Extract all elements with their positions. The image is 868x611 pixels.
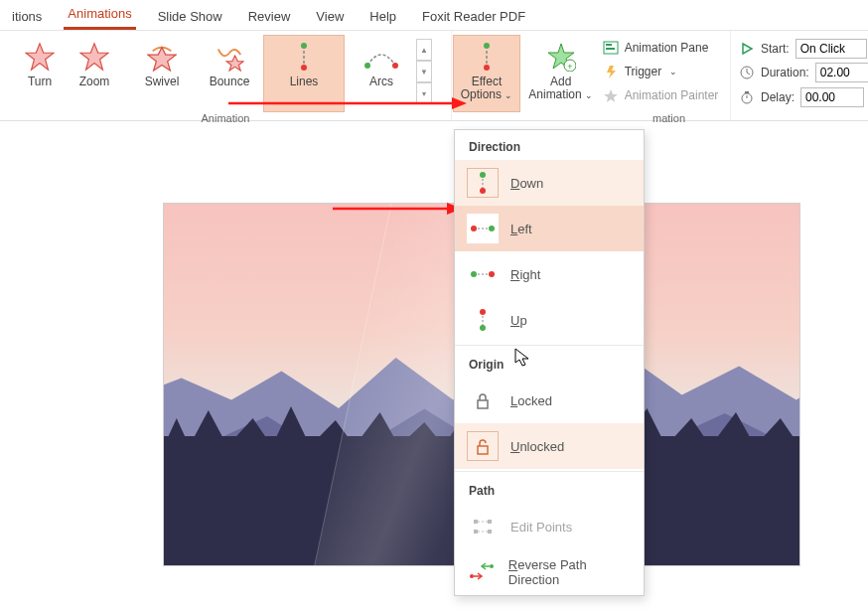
svg-rect-26 [745,91,749,93]
dropdown-item-down-label: Down [510,176,543,191]
group-timing: Start: Duration: ▲▼ Delay: ▲▼ Timi [731,31,868,120]
timing-duration-row: Duration: ▲▼ [739,62,868,83]
dropdown-item-reverse-path[interactable]: Reverse Path Direction [455,549,644,595]
delay-icon [739,89,755,105]
star-icon [25,42,55,72]
dropdown-item-locked[interactable]: Locked [455,378,644,423]
lines-icon [287,42,321,72]
direction-right-icon [467,259,499,289]
motion-lines-label: Lines [290,76,319,88]
ribbon-tabs: itions Animations Slide Show Review View… [0,0,868,31]
group-advanced-animation: + Add Animation ⌄ Animation Pane Trigger… [521,31,731,120]
svg-marker-2 [148,48,176,71]
slide-canvas[interactable]: Direction Down Left Right Up Origin Lock… [0,129,868,611]
svg-rect-48 [488,530,492,534]
ribbon: Turn Zoom Swivel Bounce Lines Arcs [0,31,868,121]
anim-zoom[interactable]: Zoom [61,35,128,112]
tab-transitions[interactable]: itions [8,5,46,30]
anim-turn[interactable]: Turn [19,35,61,112]
trigger-label: Trigger [625,65,662,78]
dropdown-item-up[interactable]: Up [455,297,644,343]
dropdown-item-edit-points-label: Edit Points [510,520,572,535]
animation-pane-label: Animation Pane [625,41,709,55]
svg-point-8 [392,63,398,69]
gallery-down-icon[interactable]: ▼ [416,61,432,82]
animation-gallery-scroll[interactable]: ▲ ▼ ▾ [416,39,432,104]
motion-lines[interactable]: Lines [263,35,345,112]
timing-start-row: Start: [739,39,868,59]
svg-rect-46 [488,520,492,524]
group-effect-options: Effect Options ⌄ [452,31,521,120]
start-label: Start: [761,42,790,56]
animation-pane-button[interactable]: Animation Pane [599,37,723,59]
gallery-up-icon[interactable]: ▲ [416,39,432,61]
timing-delay-row: Delay: ▲▼ [739,86,868,108]
delay-label: Delay: [761,90,795,104]
tab-slideshow[interactable]: Slide Show [154,5,226,30]
play-icon [739,41,755,57]
tab-view[interactable]: View [312,5,348,30]
duration-input[interactable] [815,63,868,82]
svg-point-52 [490,564,494,568]
svg-rect-45 [474,520,478,524]
trigger-button[interactable]: Trigger⌄ [599,61,723,82]
group-advanced-label: mation [521,112,685,126]
effect-options-label: Effect Options ⌄ [461,76,513,102]
group-animation: Turn Zoom Swivel Bounce Lines Arcs [0,31,452,120]
anim-bounce-label: Bounce [210,76,250,88]
svg-text:+: + [567,62,572,72]
svg-line-23 [747,73,750,75]
add-animation-button[interactable]: + Add Animation ⌄ [523,35,599,112]
trigger-icon [603,64,619,79]
svg-point-33 [480,188,486,194]
tab-animations[interactable]: Animations [64,2,135,30]
delay-input[interactable] [800,87,864,107]
svg-point-39 [489,271,495,277]
svg-point-11 [484,65,490,71]
tab-foxit[interactable]: Foxit Reader PDF [418,5,529,30]
svg-marker-0 [26,44,54,70]
advanced-mini-buttons: Animation Pane Trigger⌄ Animation Painte… [599,35,729,106]
dropdown-section-direction: Direction [455,130,644,160]
dropdown-item-right[interactable]: Right [455,251,644,297]
clock-icon [739,65,755,80]
group-animation-label: Animation [202,112,250,126]
motion-arcs-label: Arcs [369,76,393,88]
star-icon [79,42,109,72]
dropdown-section-path: Path [455,474,644,504]
effect-options-button[interactable]: Effect Options ⌄ [453,35,520,112]
dropdown-item-down[interactable]: Down [455,160,644,206]
svg-marker-18 [607,66,616,78]
motion-arcs[interactable]: Arcs [345,35,418,112]
dropdown-item-unlocked[interactable]: Unlocked [455,423,644,469]
anim-swivel-label: Swivel [145,76,180,88]
start-select[interactable] [796,39,867,59]
reverse-path-icon [467,557,497,587]
star-icon [215,42,244,72]
animation-painter-button: Animation Painter [599,84,723,106]
anim-swivel[interactable]: Swivel [128,35,196,112]
gallery-more-icon[interactable]: ▾ [416,82,432,104]
svg-marker-3 [226,56,243,71]
direction-left-icon [467,214,499,243]
anim-bounce[interactable]: Bounce [196,35,263,112]
svg-rect-47 [474,530,478,534]
svg-point-36 [471,226,477,231]
duration-label: Duration: [761,66,809,79]
tab-help[interactable]: Help [365,5,400,30]
svg-point-10 [484,43,490,49]
svg-marker-19 [604,89,618,102]
dropdown-item-up-label: Up [510,313,527,328]
svg-point-6 [301,65,307,71]
dropdown-item-unlocked-label: Unlocked [510,439,564,454]
tab-review[interactable]: Review [244,5,295,30]
dropdown-item-left[interactable]: Left [455,206,644,251]
effect-options-icon [473,42,501,72]
effect-options-dropdown: Direction Down Left Right Up Origin Lock… [454,129,645,596]
anim-turn-label: Turn [28,76,52,88]
arcs-icon [362,42,401,72]
dropdown-item-left-label: Left [510,222,532,236]
star-icon [147,42,177,72]
animation-painter-icon [603,87,619,103]
animation-pane-icon [603,40,619,56]
